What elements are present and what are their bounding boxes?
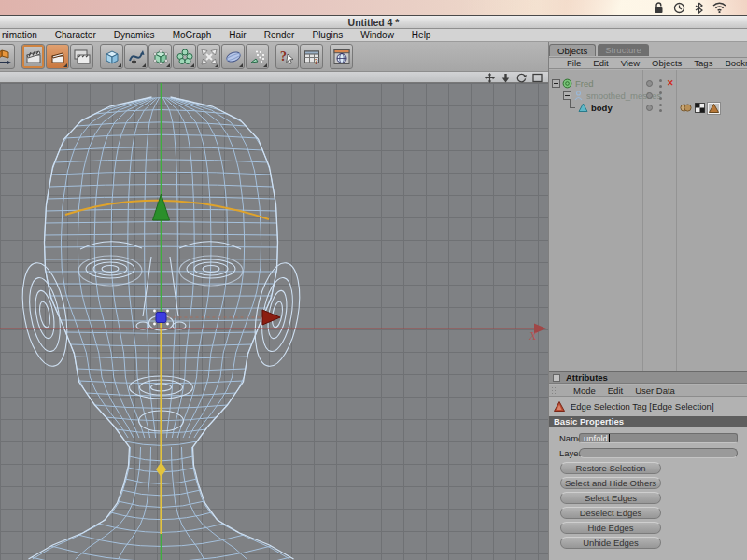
help-icon[interactable]: ? xyxy=(275,44,299,69)
expander-icon[interactable] xyxy=(552,79,560,88)
attributes-header[interactable]: Attributes xyxy=(549,371,747,384)
phong-tag[interactable] xyxy=(680,103,692,113)
tree-row-body[interactable]: body xyxy=(549,102,747,114)
menu-animation[interactable]: nimation xyxy=(2,30,37,40)
add-array-icon[interactable] xyxy=(173,44,196,69)
deselect-edges-button[interactable]: Deselect Edges xyxy=(560,507,661,519)
right-panel: Objects Structure File Edit View Objects… xyxy=(548,42,747,560)
cinema4d-window: Untitled 4 * nimation Character Dynamics… xyxy=(0,0,747,560)
expander-icon[interactable] xyxy=(563,91,571,100)
polygon-object-icon xyxy=(578,103,588,113)
tree-row-smoothed-meshes[interactable]: smoothed_meshes xyxy=(549,90,747,102)
clock-icon[interactable] xyxy=(673,2,685,14)
tree-row-fred[interactable]: Fred ✕ xyxy=(549,77,747,90)
name-value: unfold xyxy=(584,433,608,443)
macos-menubar xyxy=(0,0,747,16)
toggle-view-icon[interactable] xyxy=(532,73,543,83)
objects-menu-edit[interactable]: Edit xyxy=(593,58,608,68)
disabled-cross[interactable]: ✕ xyxy=(667,79,674,88)
basic-properties-section[interactable]: Basic Properties xyxy=(549,416,747,427)
3d-viewport[interactable]: X xyxy=(0,83,548,560)
layer-row: Layer xyxy=(549,446,747,459)
tab-objects[interactable]: Objects xyxy=(549,44,596,56)
name-input[interactable]: unfold xyxy=(579,433,738,443)
add-primitive-icon[interactable] xyxy=(100,44,123,69)
layer-input[interactable] xyxy=(579,448,738,458)
window-titlebar[interactable]: Untitled 4 * xyxy=(0,16,747,29)
add-floor-icon[interactable] xyxy=(221,44,245,69)
objects-menu-objects[interactable]: Objects xyxy=(652,58,682,68)
rotate-icon[interactable] xyxy=(516,73,527,83)
browser-icon[interactable] xyxy=(330,44,353,69)
attr-menu-mode[interactable]: Mode xyxy=(573,385,596,396)
add-generator-icon[interactable] xyxy=(148,44,172,69)
restore-selection-button[interactable]: Restore Selection xyxy=(560,462,661,474)
panel-icon xyxy=(553,374,560,382)
object-name: Fred xyxy=(575,78,594,89)
layer-label: Layer xyxy=(549,448,579,458)
wifi-icon[interactable] xyxy=(712,2,726,13)
zoom-icon[interactable] xyxy=(500,73,511,83)
attr-menu-user-data[interactable]: User Data xyxy=(635,385,675,396)
tag-title: Edge Selection Tag [Edge Selection] xyxy=(571,401,714,412)
svg-text:?: ? xyxy=(314,57,317,65)
layer-dot[interactable] xyxy=(646,80,653,87)
tag-title-row: Edge Selection Tag [Edge Selection] xyxy=(549,399,747,413)
visibility-dots[interactable] xyxy=(659,79,662,88)
menu-help[interactable]: Help xyxy=(412,30,431,40)
pan-icon[interactable] xyxy=(485,73,495,83)
menu-render[interactable]: Render xyxy=(264,30,295,40)
render-settings-icon[interactable] xyxy=(70,44,93,69)
text-caret xyxy=(609,434,610,442)
menu-character[interactable]: Character xyxy=(55,30,96,40)
wireframe-head-model xyxy=(0,83,548,560)
attr-menu-edit[interactable]: Edit xyxy=(608,385,623,396)
objects-menu-view[interactable]: View xyxy=(621,58,640,68)
tree-connector xyxy=(570,100,575,108)
menu-plugins[interactable]: Plugins xyxy=(312,30,343,40)
render-view-icon[interactable] xyxy=(21,44,45,69)
hide-edges-button[interactable]: Hide Edges xyxy=(560,522,661,534)
axis-cube-icon[interactable] xyxy=(0,44,15,69)
name-label: Name xyxy=(549,433,579,443)
layer-dot[interactable] xyxy=(646,105,653,111)
panel-grip[interactable] xyxy=(551,386,557,395)
svg-text:?: ? xyxy=(280,49,287,63)
add-particles-icon[interactable] xyxy=(246,44,269,69)
tab-structure[interactable]: Structure xyxy=(598,44,649,56)
object-name: body xyxy=(591,103,613,113)
render-active-icon[interactable] xyxy=(46,44,69,69)
objects-panel-tabs: Objects Structure xyxy=(549,44,649,57)
objects-menu-file[interactable]: File xyxy=(567,58,581,68)
menu-dynamics[interactable]: Dynamics xyxy=(114,30,155,40)
edge-selection-tag-icon xyxy=(554,401,565,412)
null-object-icon xyxy=(562,78,572,89)
select-edges-button[interactable]: Select Edges xyxy=(560,492,661,504)
attributes-title: Attributes xyxy=(566,372,608,383)
bluetooth-icon[interactable] xyxy=(695,2,703,14)
window-title: Untitled 4 * xyxy=(348,17,400,28)
add-deformer-icon[interactable] xyxy=(197,44,220,69)
add-spline-icon[interactable] xyxy=(124,44,148,69)
uvw-tag[interactable] xyxy=(695,103,705,113)
visibility-dots[interactable] xyxy=(659,91,662,100)
menu-hair[interactable]: Hair xyxy=(229,30,246,40)
edge-selection-tag[interactable] xyxy=(708,103,720,114)
layer-dot[interactable] xyxy=(646,92,653,99)
objects-menu-tags[interactable]: Tags xyxy=(694,58,712,68)
menu-window[interactable]: Window xyxy=(360,30,394,40)
name-row: Name unfold xyxy=(549,431,747,444)
viewport-header xyxy=(0,72,548,83)
lock-icon[interactable] xyxy=(654,2,664,14)
tree-column-divider xyxy=(676,70,677,371)
visibility-dots[interactable] xyxy=(659,104,662,112)
objects-menu-bookmarks[interactable]: Bookmarks xyxy=(725,58,747,68)
unhide-edges-button[interactable]: Unhide Edges xyxy=(560,537,661,549)
menu-mograph[interactable]: MoGraph xyxy=(173,30,212,40)
select-and-hide-others-button[interactable]: Select and Hide Others xyxy=(560,477,661,489)
object-tree: Fred ✕ smoothed_meshes xyxy=(549,70,747,371)
x-axis-label: X xyxy=(529,330,536,343)
content-browser-icon[interactable]: ? xyxy=(300,44,323,69)
app-menubar: nimation Character Dynamics MoGraph Hair… xyxy=(0,29,747,42)
main-toolbar: ? ? xyxy=(0,42,548,72)
